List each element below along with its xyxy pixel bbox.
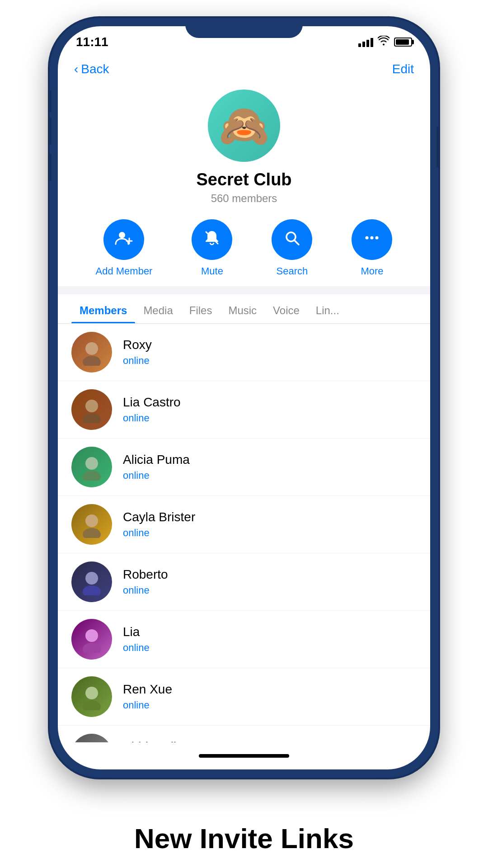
search-circle: [272, 219, 312, 260]
avatar: [71, 389, 112, 430]
volume-down-button: [50, 154, 52, 181]
svg-line-5: [294, 240, 299, 245]
svg-point-18: [83, 585, 101, 595]
section-divider: [58, 286, 430, 294]
member-status: online: [123, 527, 195, 539]
status-time: 11:11: [76, 35, 108, 49]
group-avatar-emoji: 🙈: [219, 102, 269, 150]
members-list: Roxy online Lia Castro online: [58, 324, 430, 742]
tab-voice[interactable]: Voice: [265, 294, 308, 323]
edit-button[interactable]: Edit: [392, 62, 414, 76]
member-status: online: [123, 412, 181, 424]
svg-point-17: [85, 572, 98, 585]
list-item[interactable]: Lia online: [58, 611, 430, 668]
tab-members[interactable]: Members: [71, 294, 135, 323]
svg-point-21: [85, 687, 98, 699]
svg-point-7: [371, 236, 374, 239]
battery-icon: [394, 38, 412, 47]
list-item[interactable]: Ren Xue online: [58, 668, 430, 726]
member-info: Ren Xue online: [123, 682, 172, 711]
more-label: More: [361, 265, 383, 277]
member-info: Alicia Puma online: [123, 453, 190, 481]
back-button[interactable]: ‹ Back: [74, 62, 109, 76]
avatar: [71, 734, 112, 742]
member-info: Roberto online: [123, 567, 168, 596]
svg-point-0: [119, 232, 125, 238]
signal-icon: [358, 37, 373, 47]
avatar: [71, 619, 112, 660]
page-caption: New Invite Links: [0, 822, 488, 854]
avatar: [71, 447, 112, 487]
search-label: Search: [277, 265, 308, 277]
tab-music[interactable]: Music: [220, 294, 265, 323]
more-icon: [362, 228, 381, 251]
volume-up-button: [50, 118, 52, 145]
member-name: Cayla Brister: [123, 510, 195, 524]
list-item[interactable]: Cayla Brister online: [58, 496, 430, 553]
add-member-label: Add Member: [96, 265, 153, 277]
tab-links[interactable]: Lin...: [308, 294, 347, 323]
svg-point-14: [83, 471, 101, 481]
tab-files[interactable]: Files: [181, 294, 221, 323]
member-status: online: [123, 642, 150, 654]
member-name: Ren Xue: [123, 682, 172, 697]
silent-button: [50, 90, 52, 112]
mute-label: Mute: [201, 265, 223, 277]
add-member-button[interactable]: Add Member: [96, 219, 153, 277]
svg-point-6: [366, 236, 369, 239]
svg-point-9: [85, 342, 98, 355]
member-name: Roxy: [123, 338, 152, 352]
mute-icon: [202, 228, 221, 251]
tab-media[interactable]: Media: [135, 294, 181, 323]
member-status: online: [123, 699, 172, 711]
mute-circle: [192, 219, 232, 260]
search-button[interactable]: Search: [272, 219, 312, 277]
list-item[interactable]: Lia Castro online: [58, 381, 430, 439]
list-item[interactable]: Roberto online: [58, 553, 430, 611]
mute-button[interactable]: Mute: [192, 219, 232, 277]
list-item[interactable]: Alicia Puma online: [58, 439, 430, 496]
home-bar: [199, 754, 289, 758]
svg-point-12: [83, 413, 101, 423]
member-name: Roberto: [123, 567, 168, 582]
add-member-circle: [103, 219, 144, 260]
notch: [185, 18, 303, 38]
svg-point-16: [83, 528, 101, 538]
member-status: online: [123, 470, 190, 481]
action-buttons: Add Member Mute: [58, 205, 430, 286]
member-name: Lia: [123, 625, 150, 639]
group-info: Secret Club 560 members: [58, 162, 430, 205]
group-members-count: 560 members: [67, 192, 421, 205]
back-label: Back: [81, 62, 109, 76]
more-circle: [352, 219, 392, 260]
power-button: [436, 127, 438, 167]
svg-point-20: [83, 643, 101, 653]
list-item[interactable]: Abbie Wilson online: [58, 726, 430, 742]
back-chevron-icon: ‹: [74, 62, 78, 76]
home-indicator: [58, 742, 430, 769]
svg-point-13: [85, 457, 98, 470]
member-info: Lia Castro online: [123, 395, 181, 424]
group-name: Secret Club: [67, 170, 421, 189]
member-status: online: [123, 585, 168, 596]
add-member-icon: [114, 228, 133, 251]
svg-point-15: [85, 514, 98, 527]
svg-point-10: [83, 356, 101, 366]
phone-screen: 11:11: [58, 26, 430, 769]
member-info: Lia online: [123, 625, 150, 654]
svg-point-19: [85, 629, 98, 642]
list-item[interactable]: Roxy online: [58, 324, 430, 381]
page-background: 11:11: [0, 0, 488, 868]
member-name: Lia Castro: [123, 395, 181, 410]
member-info: Cayla Brister online: [123, 510, 195, 539]
wifi-icon: [378, 36, 389, 48]
status-icons: [358, 36, 412, 48]
avatar: [71, 332, 112, 373]
member-info: Roxy online: [123, 338, 152, 367]
tabs-container: Members Media Files Music Voice Lin...: [58, 294, 430, 324]
svg-point-8: [375, 236, 379, 239]
search-icon: [282, 228, 301, 251]
more-button[interactable]: More: [352, 219, 392, 277]
group-avatar: 🙈: [208, 90, 280, 162]
svg-point-22: [83, 700, 101, 710]
